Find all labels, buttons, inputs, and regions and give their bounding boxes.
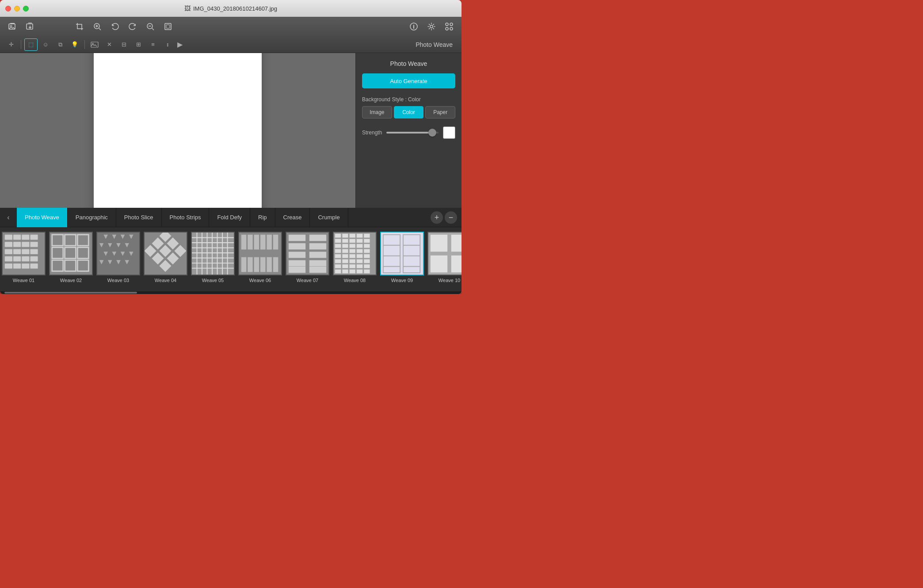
scrollbar-thumb[interactable]	[4, 292, 137, 294]
svg-rect-28	[30, 249, 38, 254]
svg-rect-146	[350, 264, 355, 268]
bottom-bar: ‹ Photo Weave Panographic Photo Slice Ph…	[0, 208, 462, 294]
thumb-label-weave-08: Weave 08	[344, 278, 366, 283]
strength-row: Strength	[362, 126, 455, 139]
svg-rect-148	[364, 264, 370, 268]
fit-button[interactable]: ⊟	[117, 38, 130, 51]
canvas-area	[0, 53, 355, 208]
svg-rect-164	[431, 235, 447, 252]
svg-rect-121	[350, 239, 355, 243]
info-button[interactable]	[406, 19, 422, 34]
traffic-lights	[5, 6, 29, 11]
svg-rect-90	[241, 235, 247, 250]
svg-rect-7	[166, 25, 170, 28]
tab-rip[interactable]: Rip	[250, 208, 275, 227]
svg-rect-27	[22, 249, 29, 254]
add-tab-button[interactable]: +	[431, 211, 443, 224]
svg-rect-116	[350, 234, 355, 238]
tab-panographic[interactable]: Panographic	[68, 208, 116, 227]
bg-paper-button[interactable]: Paper	[425, 106, 455, 118]
thumbnail-weave-06[interactable]: Weave 06	[236, 230, 284, 289]
crop-button[interactable]	[72, 19, 88, 34]
thumbnail-weave-02[interactable]: Weave 02	[47, 230, 95, 289]
select-tool-button[interactable]: ⬚	[24, 38, 38, 51]
svg-rect-111	[289, 267, 305, 273]
tab-photo-strips[interactable]: Photo Strips	[162, 208, 210, 227]
svg-rect-131	[350, 249, 355, 253]
zoom-out-button[interactable]	[142, 19, 158, 34]
zoom-in-button[interactable]	[89, 19, 105, 34]
thumbnail-weave-05[interactable]: Weave 05	[189, 230, 236, 289]
light-button[interactable]: 💡	[68, 38, 81, 51]
tab-photo-slice[interactable]: Photo Slice	[116, 208, 162, 227]
split-button[interactable]: ⊞	[132, 38, 145, 51]
settings-button[interactable]	[423, 19, 439, 34]
thumbnail-weave-09[interactable]: Weave 09	[378, 230, 426, 289]
thumbnail-weave-03[interactable]: Weave 03	[95, 230, 142, 289]
svg-rect-112	[309, 267, 326, 273]
tab-crease[interactable]: Crease	[275, 208, 310, 227]
expand-arrow[interactable]: ▶	[177, 40, 183, 49]
separator-2	[84, 40, 85, 49]
text-button[interactable]: ≡	[146, 38, 160, 51]
panel-title: Photo Weave	[416, 41, 457, 48]
undo-button[interactable]	[107, 19, 123, 34]
thumbnail-strip: Weave 01	[0, 227, 462, 291]
fit-view-button[interactable]	[160, 19, 176, 34]
tab-photo-weave[interactable]: Photo Weave	[17, 208, 68, 227]
app-window: 🖼 IMG_0430_20180610214607.jpg	[0, 0, 462, 294]
right-panel: Photo Weave Auto Generate Background Sty…	[355, 53, 462, 208]
thumb-label-weave-07: Weave 07	[297, 278, 318, 283]
svg-rect-134	[335, 254, 341, 258]
thumbnail-scrollbar[interactable]	[0, 291, 462, 294]
thumbnail-weave-04[interactable]: Weave 04	[142, 230, 189, 289]
tab-crumple[interactable]: Crumple	[310, 208, 348, 227]
svg-rect-101	[273, 257, 278, 272]
auto-generate-button[interactable]: Auto Generate	[362, 73, 455, 88]
svg-rect-166	[431, 256, 447, 272]
tab-fold-defy[interactable]: Fold Defy	[209, 208, 250, 227]
move-tool-button[interactable]: ✛	[4, 38, 18, 51]
close-button[interactable]	[5, 6, 11, 11]
window-title: 🖼 IMG_0430_20180610214607.jpg	[184, 5, 277, 12]
color-swatch[interactable]	[443, 126, 455, 139]
svg-rect-147	[357, 264, 362, 268]
svg-rect-18	[13, 235, 21, 240]
effects-button[interactable]	[441, 19, 457, 34]
photo-library-button[interactable]	[4, 19, 20, 34]
columns-button[interactable]: ⫾	[161, 38, 174, 51]
thumb-img-weave-01	[2, 232, 46, 275]
strength-slider[interactable]	[386, 132, 439, 134]
svg-rect-34	[13, 263, 21, 269]
import-button[interactable]	[22, 19, 38, 34]
duplicate-button[interactable]: ⧉	[53, 38, 67, 51]
svg-rect-91	[248, 235, 253, 250]
remove-tab-button[interactable]: −	[445, 211, 457, 224]
remove-button[interactable]: ✕	[103, 38, 116, 51]
svg-rect-154	[381, 233, 423, 275]
thumbnail-weave-07[interactable]: Weave 07	[284, 230, 331, 289]
maximize-button[interactable]	[23, 6, 29, 11]
thumb-img-weave-02	[49, 232, 93, 275]
strength-thumb[interactable]	[428, 129, 436, 137]
redo-button[interactable]	[125, 19, 141, 34]
thumbnail-weave-10[interactable]: Weave 10	[426, 230, 462, 289]
add-image-button[interactable]	[88, 38, 101, 51]
svg-rect-109	[289, 260, 305, 266]
thumbnail-weave-08[interactable]: Weave 08	[331, 230, 378, 289]
svg-rect-144	[335, 264, 341, 268]
svg-point-13	[450, 27, 453, 30]
bg-color-button[interactable]: Color	[394, 106, 424, 118]
svg-rect-120	[342, 239, 348, 243]
svg-rect-140	[342, 259, 348, 263]
svg-rect-114	[335, 234, 341, 238]
bg-image-button[interactable]: Image	[362, 106, 392, 118]
svg-rect-92	[254, 235, 259, 250]
svg-rect-95	[273, 235, 278, 250]
svg-rect-137	[357, 254, 362, 258]
scroll-left-button[interactable]: ‹	[0, 208, 17, 227]
svg-rect-104	[309, 235, 326, 241]
minimize-button[interactable]	[14, 6, 20, 11]
thumbnail-weave-01[interactable]: Weave 01	[0, 230, 47, 289]
face-detect-button[interactable]: ☺	[39, 38, 52, 51]
